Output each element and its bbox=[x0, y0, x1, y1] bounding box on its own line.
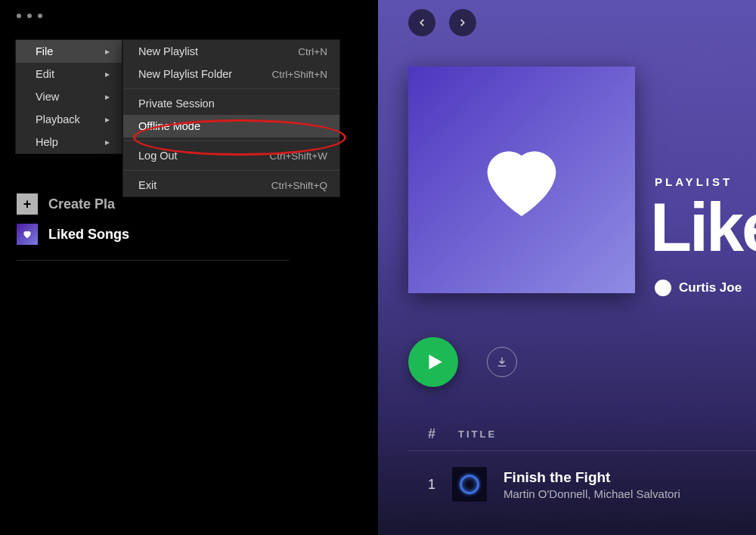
track-row[interactable]: 1 Finish the Fight Martin O'Donnell, Mic… bbox=[413, 467, 680, 502]
menu-item-file[interactable]: File bbox=[16, 40, 122, 63]
play-icon bbox=[425, 352, 445, 372]
track-artwork bbox=[452, 467, 487, 502]
avatar bbox=[655, 280, 671, 296]
menu-separator bbox=[123, 141, 339, 141]
column-header-index: # bbox=[413, 426, 435, 442]
menu-item-label: New Playlist Folder bbox=[138, 68, 232, 80]
left-sidebar-area: + Create Pla Liked Songs FileEditViewPla… bbox=[0, 0, 378, 535]
menu-item-label: Edit bbox=[36, 68, 54, 80]
playlist-owner-name: Curtis Joe bbox=[679, 280, 742, 295]
menu-item-label: Log Out bbox=[138, 150, 178, 162]
chevron-right-icon bbox=[457, 17, 468, 28]
menu-item-label: File bbox=[36, 45, 53, 57]
menu-item-label: Offline Mode bbox=[138, 120, 200, 132]
heart-icon bbox=[17, 224, 38, 245]
window-controls[interactable] bbox=[17, 14, 42, 18]
sidebar-divider bbox=[17, 260, 289, 261]
download-icon bbox=[496, 356, 508, 368]
menu-item-offline-mode[interactable]: Offline Mode bbox=[123, 115, 339, 138]
nav-back-button[interactable] bbox=[408, 9, 435, 36]
menu-item-view[interactable]: View bbox=[16, 85, 122, 108]
menu-item-label: New Playlist bbox=[138, 45, 198, 57]
playlist-owner[interactable]: Curtis Joe bbox=[655, 280, 742, 296]
menu-item-edit[interactable]: Edit bbox=[16, 63, 122, 85]
tracklist-header: # TITLE bbox=[413, 426, 497, 442]
menu-item-exit[interactable]: ExitCtrl+Shift+Q bbox=[123, 174, 339, 196]
sidebar-item-label: Liked Songs bbox=[48, 227, 129, 243]
menu-item-label: Playback bbox=[36, 113, 80, 125]
track-artist: Martin O'Donnell, Michael Salvatori bbox=[503, 487, 680, 500]
track-index: 1 bbox=[413, 477, 435, 493]
nav-forward-button[interactable] bbox=[449, 9, 476, 36]
playlist-type-label: PLAYLIST bbox=[655, 175, 733, 188]
sidebar-item-label: Create Pla bbox=[48, 196, 115, 212]
window-dot-icon[interactable] bbox=[27, 14, 32, 18]
menu-item-new-playlist-folder[interactable]: New Playlist FolderCtrl+Shift+N bbox=[123, 63, 339, 85]
download-button[interactable] bbox=[487, 347, 517, 377]
track-title: Finish the Fight bbox=[503, 469, 680, 486]
menu-item-private-session[interactable]: Private Session bbox=[123, 92, 339, 115]
playlist-pane: PLAYLIST Like Curtis Joe # TITLE 1 Finis… bbox=[378, 0, 756, 535]
menu-separator bbox=[123, 170, 339, 171]
menu-item-label: View bbox=[36, 91, 59, 103]
menu-item-playback[interactable]: Playback bbox=[16, 108, 122, 131]
heart-icon bbox=[473, 131, 570, 228]
plus-icon: + bbox=[17, 193, 38, 215]
menu-item-shortcut: Ctrl+Shift+W bbox=[269, 150, 327, 162]
track-meta: Finish the Fight Martin O'Donnell, Micha… bbox=[503, 469, 680, 500]
window-dot-icon[interactable] bbox=[38, 14, 42, 18]
sidebar-liked-songs[interactable]: Liked Songs bbox=[17, 219, 213, 249]
menu-item-shortcut: Ctrl+Shift+Q bbox=[271, 180, 327, 191]
menu-item-label: Exit bbox=[138, 179, 156, 191]
playlist-cover bbox=[408, 66, 635, 293]
app-menu: FileEditViewPlaybackHelp bbox=[15, 39, 122, 154]
sidebar-items: + Create Pla Liked Songs bbox=[17, 189, 213, 261]
menu-item-shortcut: Ctrl+Shift+N bbox=[271, 69, 327, 80]
menu-separator bbox=[123, 88, 339, 89]
column-header-title: TITLE bbox=[458, 428, 497, 440]
tracklist-header-divider bbox=[408, 450, 756, 451]
playlist-title: Like bbox=[650, 189, 756, 267]
menu-item-shortcut: Ctrl+N bbox=[298, 46, 327, 57]
menu-item-log-out[interactable]: Log OutCtrl+Shift+W bbox=[123, 144, 339, 167]
chevron-left-icon bbox=[417, 17, 427, 28]
menu-item-label: Help bbox=[36, 136, 58, 148]
menu-item-help[interactable]: Help bbox=[16, 131, 122, 153]
app-menu-file-submenu: New PlaylistCtrl+NNew Playlist FolderCtr… bbox=[122, 39, 340, 197]
play-button[interactable] bbox=[408, 337, 458, 387]
menu-item-label: Private Session bbox=[138, 97, 215, 110]
playlist-actions bbox=[408, 337, 517, 387]
menu-item-new-playlist[interactable]: New PlaylistCtrl+N bbox=[123, 40, 339, 63]
nav-buttons bbox=[408, 9, 476, 36]
window-dot-icon[interactable] bbox=[17, 14, 21, 18]
